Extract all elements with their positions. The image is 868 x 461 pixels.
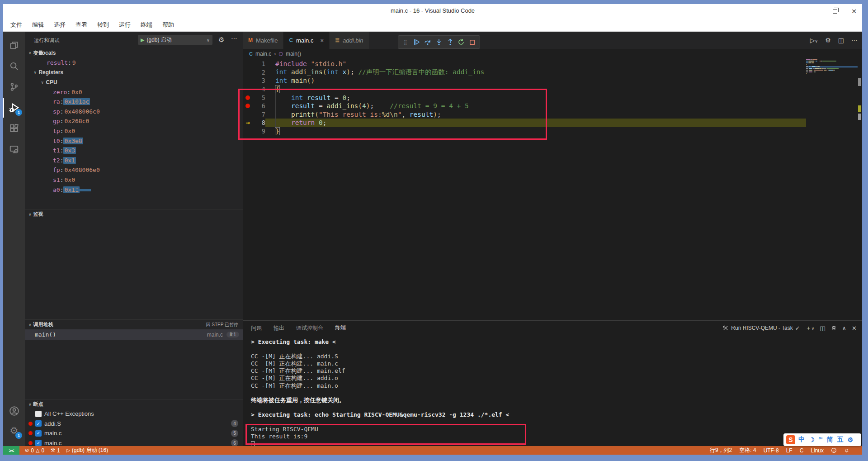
debug-gear-icon[interactable]: ⚙ (218, 36, 224, 44)
variable-row[interactable]: t1: 0x3 (25, 146, 243, 156)
breadcrumb-file[interactable]: main.c (255, 51, 271, 57)
breakpoint-row[interactable]: All C++ Exceptions (25, 409, 243, 419)
variable-row[interactable]: fp: 0x408006e0 (25, 165, 243, 175)
ime-logo[interactable]: S (786, 435, 795, 444)
menu-item-1[interactable]: 编辑 (32, 21, 44, 29)
remote-indicator[interactable]: >< (3, 446, 19, 455)
breadcrumb[interactable]: C main.c › ⬡ main() (243, 49, 862, 59)
menu-item-4[interactable]: 转到 (97, 21, 109, 29)
language-mode[interactable]: C (800, 447, 804, 454)
run-or-debug-button[interactable]: ▷∨ (810, 37, 818, 44)
ime-item-0[interactable]: 中 (798, 436, 805, 444)
variable-row[interactable]: tp: 0x0 (25, 126, 243, 136)
minimize-icon[interactable]: — (812, 8, 820, 15)
cursor-position[interactable]: 行9，列2 (710, 447, 732, 454)
debug-toolbar[interactable]: ⣿ (398, 35, 480, 49)
problems-status[interactable]: ⊘0 △0 (25, 447, 44, 454)
panel-tab-问题[interactable]: 问题 (251, 321, 262, 335)
toolbar-drag-grip[interactable]: ⣿ (401, 37, 410, 47)
tree-row[interactable]: ∨Registers (25, 67, 243, 77)
breakpoint-gutter-dot[interactable] (243, 95, 253, 100)
code-line-8[interactable]: →8 return 0; (243, 119, 806, 127)
menu-item-0[interactable]: 文件 (10, 21, 22, 29)
ime-item-5[interactable]: ⚙ (848, 436, 854, 443)
menu-item-6[interactable]: 终端 (141, 21, 152, 29)
kill-terminal-trash-icon[interactable] (831, 325, 837, 331)
callstack-section-header[interactable]: ∨ 调用堆栈 因 STEP 已暂停 (25, 319, 243, 329)
panel-tab-输出[interactable]: 输出 (274, 321, 284, 335)
breadcrumb-symbol[interactable]: main() (286, 51, 301, 57)
code-line-4[interactable]: 4{ (243, 85, 806, 94)
close-panel-icon[interactable]: ✕ (852, 325, 857, 332)
accounts-icon[interactable] (3, 401, 25, 421)
code-line-2[interactable]: 2int addi_ins(int x); //声明一下汇编语言中的函数: ad… (243, 68, 806, 77)
variable-row[interactable]: zero: 0x0 (25, 87, 243, 97)
variable-row[interactable]: result: 9 (25, 58, 243, 68)
start-debug-icon[interactable]: ▶ (141, 37, 144, 43)
editor-tab-Makefile[interactable]: MMakefile (243, 32, 283, 49)
encoding[interactable]: UTF-8 (764, 447, 779, 454)
editor-tab-main.c[interactable]: Cmain.c× (283, 32, 330, 49)
debug-arrow-icon[interactable]: → (243, 119, 253, 126)
code-line-6[interactable]: 6 result = addi_ins(4); //result = 9 = 4… (243, 102, 806, 110)
editor-settings-gear-icon[interactable]: ⚙ (825, 37, 831, 44)
variable-row[interactable]: s1: 0x0 (25, 175, 243, 185)
ime-item-2[interactable]: °' (819, 436, 823, 443)
settings-gear-icon[interactable]: ⚙ 1 (3, 421, 25, 441)
debug-more-icon[interactable]: ⋯ (231, 34, 237, 42)
breakpoint-row[interactable]: ✓addi.S4 (25, 419, 243, 429)
terminal-task-label[interactable]: Run RISCV-QEMU - Task ✓ (722, 325, 800, 332)
step-over-icon[interactable] (423, 37, 433, 47)
code-line-1[interactable]: 1#include "stdio.h" (243, 60, 806, 68)
breakpoint-row[interactable]: ✓main.c5 (25, 428, 243, 438)
ime-toolbar[interactable]: S 中☽°'简五⚙ (783, 433, 861, 446)
panel-tab-调试控制台[interactable]: 调试控制台 (296, 321, 323, 335)
remote-explorer-icon[interactable] (3, 139, 25, 159)
search-icon[interactable] (3, 56, 25, 76)
split-editor-icon[interactable]: ◫ (838, 37, 844, 44)
step-out-icon[interactable] (445, 37, 455, 47)
breakpoint-checkbox[interactable]: ✓ (35, 440, 42, 446)
source-control-icon[interactable] (3, 77, 25, 97)
breakpoints-section-header[interactable]: ∨ 断点 (25, 399, 243, 409)
ime-item-1[interactable]: ☽ (809, 436, 815, 443)
code-line-7[interactable]: 7 printf("This result is:%d\n", result); (243, 110, 806, 119)
launch-config-dropdown[interactable]: ▶ (gdb) 启动 ∨ (138, 35, 212, 45)
menu-item-5[interactable]: 运行 (119, 21, 131, 29)
restart-icon[interactable] (456, 37, 466, 47)
ime-item-3[interactable]: 简 (827, 436, 833, 444)
ime-item-4[interactable]: 五 (837, 436, 844, 444)
code-line-9[interactable]: 9} (243, 127, 806, 136)
os-indicator[interactable]: Linux (811, 447, 824, 454)
minimap[interactable] (806, 59, 858, 320)
terminal-output[interactable]: > Executing task: make <CC -[M] 正在构建... … (251, 338, 853, 446)
code-line-3[interactable]: 3int main() (243, 76, 806, 85)
running-tasks-status[interactable]: ⚒1 (51, 447, 60, 454)
variable-row[interactable]: t2: 0x1 (25, 156, 243, 166)
step-into-icon[interactable] (434, 37, 444, 47)
eol[interactable]: LF (786, 447, 793, 454)
new-terminal-icon[interactable]: ＋∨ (806, 324, 815, 332)
tree-row[interactable]: ∨Locals (25, 48, 243, 58)
notifications-bell-icon[interactable] (844, 447, 849, 453)
variable-row[interactable]: t0: 0x3e8 (25, 136, 243, 146)
stack-frame-row[interactable]: main() main.c 8:1 (25, 329, 243, 340)
code-editor[interactable]: 1#include "stdio.h"2int addi_ins(int x);… (243, 59, 862, 320)
close-icon[interactable]: ✕ (850, 8, 858, 15)
breakpoint-checkbox[interactable] (35, 411, 42, 417)
variable-row[interactable]: gp: 0x268c0 (25, 116, 243, 126)
variable-row[interactable]: ra: 0x101ac (25, 97, 243, 107)
breakpoint-checkbox[interactable]: ✓ (35, 420, 42, 427)
breakpoint-checkbox[interactable]: ✓ (35, 430, 42, 437)
menu-item-3[interactable]: 查看 (75, 21, 87, 29)
menu-item-7[interactable]: 帮助 (162, 21, 174, 29)
variable-row[interactable]: a0: 0x11 (25, 185, 243, 195)
stop-icon[interactable] (467, 37, 477, 47)
maximize-panel-icon[interactable]: ∧ (842, 325, 847, 332)
watch-section-header[interactable]: ∨ 监视 (25, 209, 243, 219)
continue-icon[interactable] (412, 37, 422, 47)
split-terminal-icon[interactable]: ◫ (820, 325, 825, 332)
breakpoint-gutter-dot[interactable] (243, 104, 253, 108)
restore-icon[interactable] (831, 8, 839, 15)
run-debug-icon[interactable]: 1 (3, 98, 25, 118)
